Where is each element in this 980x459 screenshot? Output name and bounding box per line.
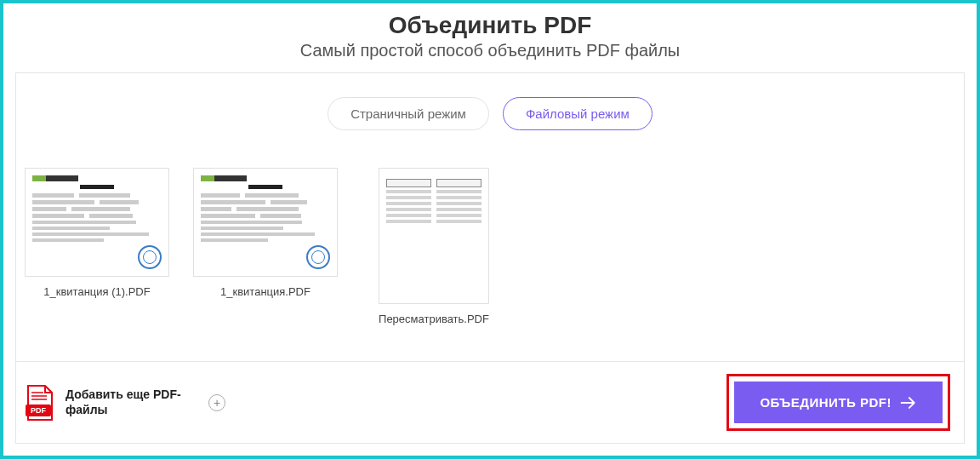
stamp-icon xyxy=(306,245,330,269)
file-name: Пересматривать.PDF xyxy=(362,313,506,325)
file-name: 1_квитанция (1).PDF xyxy=(25,285,169,298)
file-card[interactable]: Пересматривать.PDF xyxy=(362,168,506,361)
file-thumbnail xyxy=(25,168,169,277)
file-thumbnail xyxy=(193,168,338,277)
file-list: 1_квитанция (1).PDF 1_квитанция.PDF xyxy=(16,146,964,361)
mode-toggle: Страничный режим Файловый режим xyxy=(16,73,964,146)
merge-button-label: ОБЪЕДИНИТЬ PDF! xyxy=(760,395,892,410)
svg-text:PDF: PDF xyxy=(31,406,47,415)
file-card[interactable]: 1_квитанция.PDF xyxy=(193,168,338,361)
mode-file-button[interactable]: Файловый режим xyxy=(503,97,652,130)
page-title: Объединить PDF xyxy=(3,12,977,39)
pdf-icon: PDF xyxy=(23,384,57,422)
file-card[interactable]: 1_квитанция (1).PDF xyxy=(25,168,169,361)
file-name: 1_квитанция.PDF xyxy=(193,285,338,298)
mode-page-button[interactable]: Страничный режим xyxy=(328,97,489,130)
plus-icon: + xyxy=(214,396,220,410)
file-thumbnail xyxy=(379,168,489,304)
page-subtitle: Самый простой способ объединить PDF файл… xyxy=(3,41,977,60)
merge-highlight: ОБЪЕДИНИТЬ PDF! xyxy=(726,374,950,431)
merge-button[interactable]: ОБЪЕДИНИТЬ PDF! xyxy=(734,382,943,423)
arrow-right-icon xyxy=(900,396,917,410)
add-more-label: Добавить еще PDF-файлы xyxy=(66,387,193,417)
add-more-group: PDF Добавить еще PDF-файлы + xyxy=(23,384,225,422)
add-more-button[interactable]: + xyxy=(208,394,225,411)
footer-bar: PDF Добавить еще PDF-файлы + ОБЪЕДИНИТЬ … xyxy=(16,361,964,443)
stamp-icon xyxy=(138,245,162,269)
page-header: Объединить PDF Самый простой способ объе… xyxy=(3,3,977,72)
merge-panel: Страничный режим Файловый режим 1_квитан… xyxy=(15,72,965,444)
